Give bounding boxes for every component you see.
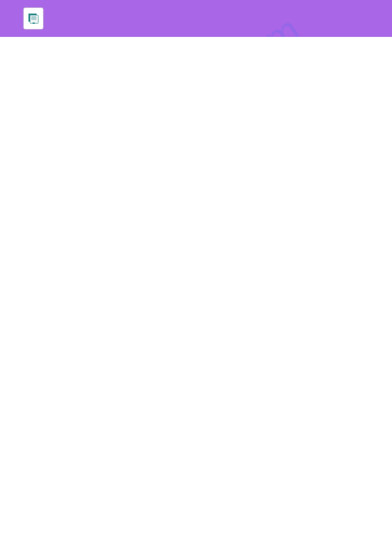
page-header xyxy=(0,0,392,37)
page-logo-svg xyxy=(27,12,40,25)
page-logo-icon xyxy=(23,7,44,30)
svg-rect-5 xyxy=(32,22,35,24)
